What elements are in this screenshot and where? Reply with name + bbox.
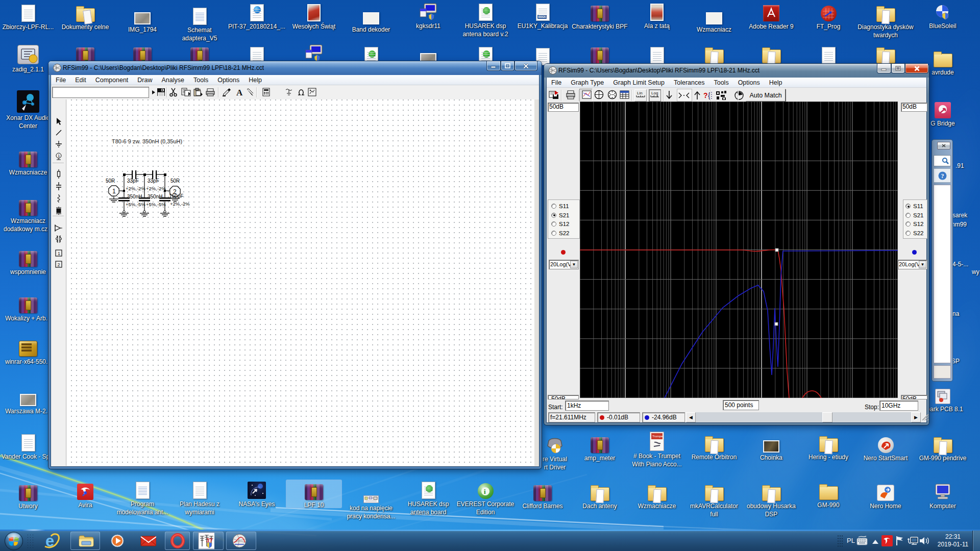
svg-text:T80-6 9 zw. 350nH (0,35uH): T80-6 9 zw. 350nH (0,35uH) bbox=[112, 138, 182, 144]
svg-text:+2%,-2%: +2%,-2% bbox=[146, 186, 166, 191]
svg-text:+5%,-5%: +5%,-5% bbox=[126, 202, 145, 207]
svg-text:2: 2 bbox=[57, 262, 60, 267]
svg-text:i: i bbox=[484, 488, 486, 495]
svg-text:33pF: 33pF bbox=[148, 178, 159, 184]
svg-text:A: A bbox=[236, 88, 243, 97]
svg-text:150pF: 150pF bbox=[169, 193, 183, 199]
svg-text:350nH: 350nH bbox=[127, 194, 142, 199]
svg-text:?: ? bbox=[703, 91, 708, 99]
svg-text:+2%,-2%: +2%,-2% bbox=[126, 186, 145, 191]
svg-text:50R: 50R bbox=[170, 178, 180, 184]
svg-text:50R: 50R bbox=[106, 178, 115, 184]
svg-text:1: 1 bbox=[58, 154, 60, 158]
svg-text:Log: Log bbox=[651, 91, 658, 95]
svg-text:350nH: 350nH bbox=[148, 194, 162, 199]
svg-text:1: 1 bbox=[58, 251, 60, 256]
svg-text:Trumpet: Trumpet bbox=[652, 435, 664, 438]
svg-text:+5%,-5%: +5%,-5% bbox=[146, 202, 166, 207]
svg-text:Lin: Lin bbox=[637, 91, 643, 95]
svg-text:33pF: 33pF bbox=[127, 178, 139, 184]
svg-text:+2%,-2%: +2%,-2% bbox=[170, 201, 190, 207]
svg-text:?: ? bbox=[941, 172, 944, 180]
svg-text:1: 1 bbox=[112, 188, 116, 195]
